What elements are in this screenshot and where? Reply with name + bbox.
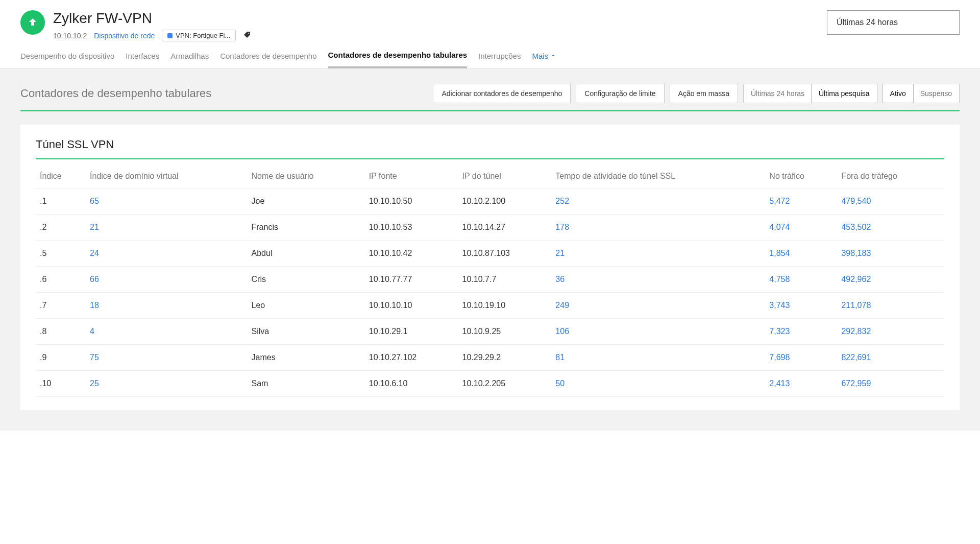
tab-more[interactable]: Mais (532, 52, 556, 67)
cell-6-4: 10.29.29.2 (458, 345, 552, 371)
cell-3-3: 10.10.77.77 (365, 267, 458, 293)
vpn-chip-label: VPN: Fortigue Fi... (176, 32, 230, 39)
cell-5-2: Silva (248, 319, 365, 345)
cell-4-7[interactable]: 211,078 (837, 293, 944, 319)
cell-0-6[interactable]: 5,472 (765, 188, 837, 215)
time-range-select[interactable]: Últimas 24 horas (827, 10, 960, 35)
cell-2-7[interactable]: 398,183 (837, 241, 944, 267)
col-header-1[interactable]: Índice de domínio virtual (86, 164, 247, 188)
cell-3-0: .6 (36, 267, 86, 293)
cell-4-3: 10.10.10.10 (365, 293, 458, 319)
col-header-7[interactable]: Fora do tráfego (837, 164, 944, 188)
cell-3-7[interactable]: 492,962 (837, 267, 944, 293)
cell-2-6[interactable]: 1,854 (765, 241, 837, 267)
table-row: .221Francis10.10.10.5310.10.14.271784,07… (36, 215, 944, 241)
cell-4-5[interactable]: 249 (551, 293, 765, 319)
cell-0-3: 10.10.10.50 (365, 188, 458, 215)
bulk-action-button[interactable]: Ação em massa (670, 84, 738, 103)
table-row: .718Leo10.10.10.1010.10.19.102493,743211… (36, 293, 944, 319)
vpn-chip[interactable]: VPN: Fortigue Fi... (162, 30, 236, 41)
device-ip: 10.10.10.2 (53, 32, 87, 40)
cell-3-2: Cris (248, 267, 365, 293)
time-segment: Últimas 24 horas Última pesquisa (743, 84, 877, 103)
cell-4-4: 10.10.19.10 (458, 293, 552, 319)
cell-4-1[interactable]: 18 (86, 293, 247, 319)
tab-3[interactable]: Contadores de desempenho (220, 52, 316, 67)
cell-6-7[interactable]: 822,691 (837, 345, 944, 371)
cell-7-2: Sam (248, 371, 365, 397)
cell-5-4: 10.10.9.25 (458, 319, 552, 345)
cell-6-2: James (248, 345, 365, 371)
cell-6-0: .9 (36, 345, 86, 371)
cell-5-7[interactable]: 292,832 (837, 319, 944, 345)
cell-6-5[interactable]: 81 (551, 345, 765, 371)
col-header-2[interactable]: Nome de usuário (248, 164, 365, 188)
cell-7-5[interactable]: 50 (551, 371, 765, 397)
device-type-link[interactable]: Dispositivo de rede (94, 32, 155, 40)
cell-7-7[interactable]: 672,959 (837, 371, 944, 397)
vpn-chip-dot-icon (167, 33, 173, 38)
status-up-icon (20, 10, 45, 35)
tab-2[interactable]: Armadilhas (170, 52, 209, 67)
cell-5-5[interactable]: 106 (551, 319, 765, 345)
section-title: Contadores de desempenho tabulares (20, 87, 211, 100)
cell-1-0: .2 (36, 215, 86, 241)
page-title: Zylker FW-VPN (53, 10, 251, 27)
chevron-down-icon (550, 53, 556, 59)
cell-5-3: 10.10.29.1 (365, 319, 458, 345)
vpn-tunnel-table: ÍndiceÍndice de domínio virtualNome de u… (36, 164, 944, 397)
add-counters-button[interactable]: Adicionar contadores de desempenho (433, 84, 571, 103)
cell-1-7[interactable]: 453,502 (837, 215, 944, 241)
col-header-5[interactable]: Tempo de atividade do túnel SSL (551, 164, 765, 188)
table-row: .975James10.10.27.10210.29.29.2817,69882… (36, 345, 944, 371)
cell-2-3: 10.10.10.42 (365, 241, 458, 267)
col-header-0[interactable]: Índice (36, 164, 86, 188)
cell-4-6[interactable]: 3,743 (765, 293, 837, 319)
cell-0-4: 10.10.2.100 (458, 188, 552, 215)
seg-last-search[interactable]: Última pesquisa (811, 84, 877, 103)
tab-5[interactable]: Interrupções (478, 52, 521, 67)
cell-5-6[interactable]: 7,323 (765, 319, 837, 345)
cell-6-6[interactable]: 7,698 (765, 345, 837, 371)
cell-0-2: Joe (248, 188, 365, 215)
cell-1-5[interactable]: 178 (551, 215, 765, 241)
cell-0-0: .1 (36, 188, 86, 215)
cell-0-1[interactable]: 65 (86, 188, 247, 215)
cell-1-4: 10.10.14.27 (458, 215, 552, 241)
cell-2-1[interactable]: 24 (86, 241, 247, 267)
cell-0-5[interactable]: 252 (551, 188, 765, 215)
cell-5-1[interactable]: 4 (86, 319, 247, 345)
cell-1-3: 10.10.10.53 (365, 215, 458, 241)
col-header-6[interactable]: No tráfico (765, 164, 837, 188)
tab-1[interactable]: Interfaces (126, 52, 159, 67)
cell-1-1[interactable]: 21 (86, 215, 247, 241)
limit-config-button[interactable]: Configuração de limite (576, 84, 664, 103)
cell-3-6[interactable]: 4,758 (765, 267, 837, 293)
cell-4-0: .7 (36, 293, 86, 319)
seg-active[interactable]: Ativo (883, 84, 914, 103)
table-row: .165Joe10.10.10.5010.10.2.1002525,472479… (36, 188, 944, 215)
cell-0-7[interactable]: 479,540 (837, 188, 944, 215)
cell-2-5[interactable]: 21 (551, 241, 765, 267)
tab-bar: Desempenho do dispositivoInterfacesArmad… (0, 41, 980, 68)
cell-2-4: 10.10.87.103 (458, 241, 552, 267)
table-row: .524Abdul10.10.10.4210.10.87.103211,8543… (36, 241, 944, 267)
col-header-4[interactable]: IP do túnel (458, 164, 552, 188)
cell-6-1[interactable]: 75 (86, 345, 247, 371)
cell-3-1[interactable]: 66 (86, 267, 247, 293)
tab-4[interactable]: Contadores de desempenho tabulares (328, 51, 468, 68)
seg-last-24h[interactable]: Últimas 24 horas (744, 84, 812, 103)
col-header-3[interactable]: IP fonte (365, 164, 458, 188)
tag-icon[interactable] (243, 31, 251, 40)
cell-7-3: 10.10.6.10 (365, 371, 458, 397)
cell-7-1[interactable]: 25 (86, 371, 247, 397)
cell-1-6[interactable]: 4,074 (765, 215, 837, 241)
cell-4-2: Leo (248, 293, 365, 319)
cell-7-6[interactable]: 2,413 (765, 371, 837, 397)
tab-0[interactable]: Desempenho do dispositivo (20, 52, 114, 67)
cell-2-2: Abdul (248, 241, 365, 267)
cell-3-5[interactable]: 36 (551, 267, 765, 293)
seg-suspended[interactable]: Suspenso (913, 84, 959, 103)
card-title: Túnel SSL VPN (36, 138, 944, 159)
cell-5-0: .8 (36, 319, 86, 345)
